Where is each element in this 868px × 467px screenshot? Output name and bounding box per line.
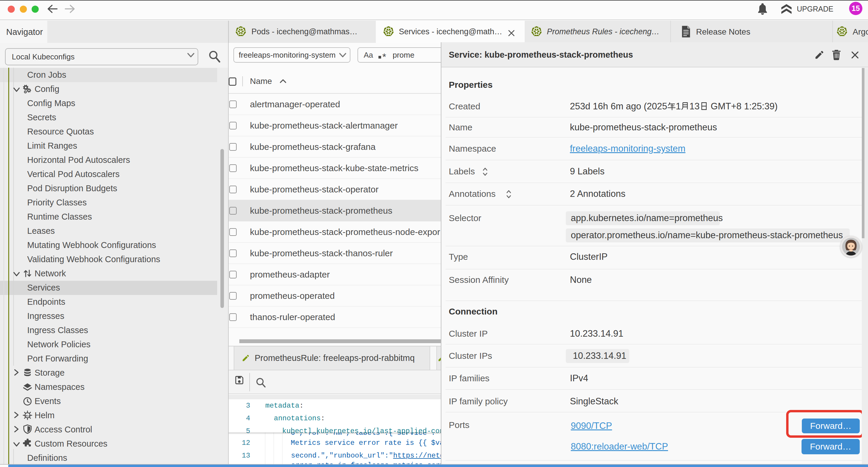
svg-text:HELM: HELM [25, 414, 31, 417]
